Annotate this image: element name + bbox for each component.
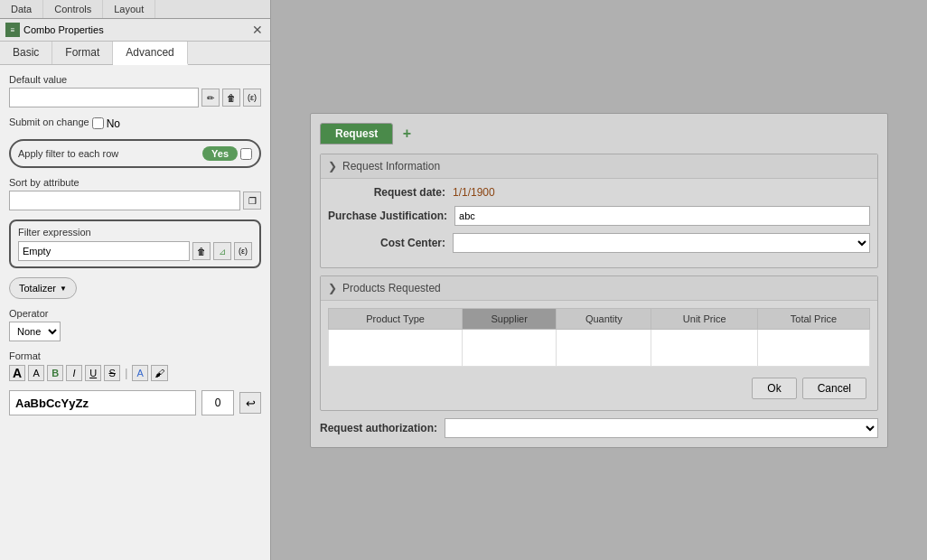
fmt-bold[interactable]: B <box>47 365 63 381</box>
submit-change-row: Submit on change No <box>9 117 261 130</box>
chevron-down-icon: ▼ <box>60 285 67 293</box>
tab-format[interactable]: Format <box>52 42 113 64</box>
tab-advanced[interactable]: Advanced <box>113 42 187 65</box>
fmt-A-large[interactable]: A <box>9 365 25 381</box>
fmt-italic[interactable]: I <box>66 365 82 381</box>
ok-button[interactable]: Ok <box>752 378 796 399</box>
fmt-separator: | <box>125 367 127 379</box>
apply-filter-toggle[interactable] <box>240 148 252 160</box>
request-info-section: ❯ Request Information Request date: 1/1/… <box>320 154 878 268</box>
sort-attr-input[interactable] <box>9 191 240 210</box>
products-table: Product Type Supplier Quantity Unit Pric… <box>328 308 870 367</box>
trash-icon2: 🗑 <box>197 247 206 257</box>
fmt-color[interactable]: A <box>132 365 148 381</box>
filter-expr-filter-btn[interactable]: ⊿ <box>213 242 231 260</box>
products-chevron-icon[interactable]: ❯ <box>328 282 337 294</box>
filter-expr-label: Filter expression <box>18 227 252 238</box>
form-tabs: Request + <box>320 123 878 145</box>
request-info-title: Request Information <box>342 160 440 173</box>
sort-by-attr-label: Sort by attribute <box>9 177 261 188</box>
apply-filter-label: Apply filter to each row <box>18 148 118 159</box>
filter-expression-box: Filter expression 🗑 ⊿ (ε) <box>9 219 261 268</box>
preview-row: AaBbCcYyZz 0 ↩ <box>9 390 261 415</box>
form-tab-request[interactable]: Request <box>320 123 393 145</box>
combo-title-text: Combo Properties <box>23 24 104 35</box>
products-body: Product Type Supplier Quantity Unit Pric… <box>321 301 877 410</box>
sub-tabs: Basic Format Advanced <box>0 42 270 65</box>
preview-reset-btn[interactable]: ↩ <box>239 392 261 414</box>
submit-on-change-field: Submit on change No <box>9 117 261 130</box>
request-info-header: ❯ Request Information <box>321 154 877 179</box>
tab-data[interactable]: Data <box>0 0 43 18</box>
filter-expr-expr-btn[interactable]: (ε) <box>234 242 252 260</box>
top-tabs: Data Controls Layout <box>0 0 270 19</box>
cancel-button[interactable]: Cancel <box>802 378 866 399</box>
totalizer-label: Totalizer <box>19 283 56 294</box>
request-auth-row: Request authorization: <box>320 418 878 438</box>
col-total-price: Total Price <box>757 308 869 329</box>
form-add-tab-btn[interactable]: + <box>397 124 417 144</box>
cell-unit-price <box>651 329 757 366</box>
fmt-underline[interactable]: U <box>85 365 101 381</box>
fmt-strikethrough[interactable]: S <box>104 365 120 381</box>
apply-filter-row: Apply filter to each row Yes <box>9 139 261 168</box>
expr-icon: (ε) <box>248 93 257 102</box>
tab-controls[interactable]: Controls <box>43 0 103 18</box>
request-date-label: Request date: <box>328 186 445 199</box>
filter-expr-input[interactable] <box>18 241 190 261</box>
panel-content: Default value ✏ 🗑 (ε) Submit on change N… <box>0 65 270 560</box>
cost-center-row: Cost Center: <box>328 233 870 253</box>
tab-basic[interactable]: Basic <box>0 42 52 64</box>
pencil-icon: ✏ <box>207 93 214 103</box>
default-value-input[interactable] <box>9 88 199 107</box>
operator-label: Operator <box>9 308 261 319</box>
default-value-edit-btn[interactable]: ✏ <box>201 89 220 107</box>
request-date-value: 1/1/1900 <box>453 186 495 199</box>
default-value-row: ✏ 🗑 (ε) <box>9 88 261 107</box>
default-value-label: Default value <box>9 74 261 85</box>
request-date-row: Request date: 1/1/1900 <box>328 186 870 199</box>
sort-attr-row: ❐ <box>9 191 261 210</box>
cell-product-type <box>329 329 463 366</box>
totalizer-row: Totalizer ▼ <box>9 277 261 299</box>
copy-icon: ❐ <box>248 196 257 206</box>
products-section: ❯ Products Requested Product Type Suppli… <box>320 275 878 411</box>
filter-icon: ⊿ <box>219 247 226 257</box>
totalizer-dropdown[interactable]: Totalizer ▼ <box>9 277 77 299</box>
section-chevron-icon[interactable]: ❯ <box>328 160 337 173</box>
submit-change-checkbox[interactable] <box>92 117 104 129</box>
request-auth-select[interactable] <box>445 418 878 438</box>
request-info-body: Request date: 1/1/1900 Purchase Justific… <box>321 179 877 267</box>
cost-center-select[interactable] <box>453 233 870 253</box>
trash-icon: 🗑 <box>227 93 236 103</box>
cell-quantity <box>557 329 651 366</box>
fmt-paint[interactable]: 🖌 <box>151 365 168 381</box>
sort-by-attr-field: Sort by attribute ❐ <box>9 177 261 210</box>
cost-center-label: Cost Center: <box>328 237 445 249</box>
format-field: Format A A B I U S | A 🖌 <box>9 350 261 381</box>
purchase-justification-row: Purchase Justification: <box>328 206 870 226</box>
submit-change-no-label: No <box>107 117 120 130</box>
operator-select[interactable]: None <box>9 322 61 341</box>
tab-layout[interactable]: Layout <box>103 0 155 18</box>
filter-expr-delete-btn[interactable]: 🗑 <box>192 242 211 260</box>
right-panel: Request + ❯ Request Information Request … <box>271 0 927 560</box>
operator-field: Operator None <box>9 308 261 341</box>
apply-filter-yes-btn[interactable]: Yes <box>202 146 238 161</box>
fmt-A-small[interactable]: A <box>28 365 44 381</box>
sort-attr-copy-btn[interactable]: ❐ <box>243 191 261 210</box>
products-title: Products Requested <box>342 282 441 294</box>
default-value-field: Default value ✏ 🗑 (ε) <box>9 74 261 107</box>
table-row <box>329 329 870 366</box>
table-actions: Ok Cancel <box>328 374 870 403</box>
col-product-type: Product Type <box>329 308 463 329</box>
combo-icon: ≡ <box>5 23 20 37</box>
filter-expr-row: 🗑 ⊿ (ε) <box>18 241 252 261</box>
close-button[interactable]: ✕ <box>250 23 265 37</box>
default-value-delete-btn[interactable]: 🗑 <box>222 89 240 107</box>
purchase-justification-input[interactable] <box>454 206 870 226</box>
expr-icon2: (ε) <box>239 247 248 256</box>
preview-number: 0 <box>201 390 234 415</box>
default-value-expr-btn[interactable]: (ε) <box>243 89 261 107</box>
purchase-justification-label: Purchase Justification: <box>328 210 447 222</box>
